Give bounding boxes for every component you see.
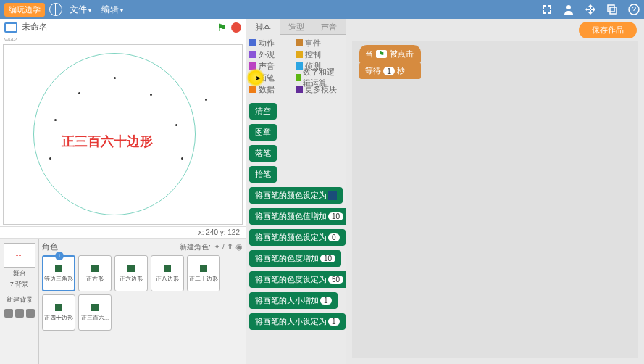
stage-view-icon[interactable] — [4, 22, 17, 33]
bg-count: 7 背景 — [3, 280, 35, 289]
copy-icon[interactable] — [606, 4, 618, 15]
project-name[interactable]: 未命名 — [22, 21, 217, 33]
script-stack[interactable]: 当⚑被点击 等待1秒 — [359, 45, 421, 79]
when-flag-block[interactable]: 当⚑被点击 — [359, 45, 421, 63]
green-flag-icon[interactable]: ⚑ — [217, 22, 227, 33]
app-logo: 编玩边学 — [4, 3, 45, 17]
category-外观[interactable]: 外观 — [249, 49, 296, 59]
wait-block[interactable]: 等待1秒 — [359, 62, 421, 79]
stop-icon[interactable] — [231, 22, 241, 33]
user-icon[interactable] — [563, 4, 574, 15]
block-setshade[interactable]: 将画笔的色度设定为50 — [249, 271, 346, 288]
bg-paint-icon[interactable] — [4, 309, 13, 318]
shape-text: 正三百六十边形 — [62, 133, 153, 150]
svg-rect-1 — [608, 5, 614, 12]
sprite-6[interactable]: 正三百六... — [78, 294, 112, 331]
category-画笔[interactable]: 画笔➤ — [249, 73, 296, 83]
sprite-1[interactable]: 正方形 — [78, 255, 112, 291]
block-pendown[interactable]: 落笔 — [249, 145, 277, 162]
sprites-title: 角色 — [42, 241, 180, 252]
stage-label: 舞台 — [3, 269, 35, 278]
script-canvas[interactable]: 当⚑被点击 等待1秒 — [352, 41, 638, 358]
stage-coords: x: 240 y: 122 — [0, 227, 246, 239]
block-penup[interactable]: 抬笔 — [249, 166, 277, 183]
save-button[interactable]: 保存作品 — [579, 22, 637, 38]
new-sprite-label: 新建角色: — [180, 242, 211, 252]
block-clear[interactable]: 清空 — [249, 103, 277, 120]
bg-camera-icon[interactable] — [26, 309, 35, 318]
sprite-4[interactable]: 正二十边形 — [187, 255, 220, 291]
category-数字和逻辑运算[interactable]: 数字和逻辑运算 — [296, 73, 342, 83]
sprite-2[interactable]: 正六边形 — [114, 255, 148, 291]
newbg-label: 新建背景 — [3, 295, 35, 305]
block-stamp[interactable]: 图章 — [249, 124, 277, 141]
svg-text:?: ? — [632, 5, 636, 14]
sprite-5[interactable]: 正四十边形 — [42, 294, 75, 331]
category-动作[interactable]: 动作 — [249, 38, 296, 48]
tab-costumes[interactable]: 造型 — [280, 19, 313, 35]
shrink-icon[interactable] — [541, 4, 553, 15]
block-addshade[interactable]: 将画笔的色度增加10 — [249, 250, 341, 267]
tab-scripts[interactable]: 脚本 — [246, 19, 280, 35]
block-setcolor[interactable]: 将画笔的颜色设定为 — [249, 187, 343, 204]
block-addcolor[interactable]: 将画笔的颜色值增加10 — [249, 208, 346, 225]
stage-canvas[interactable]: 正三百六十边形 — [0, 43, 246, 227]
globe-icon[interactable] — [49, 3, 62, 16]
category-更多模块[interactable]: 更多模块 — [296, 84, 342, 94]
sprite-0[interactable]: 等边三角形i — [42, 255, 75, 291]
help-icon[interactable]: ? — [628, 4, 640, 15]
category-控制[interactable]: 控制 — [296, 49, 342, 59]
block-addsize[interactable]: 将画笔的大小增加1 — [249, 292, 338, 309]
svg-rect-2 — [610, 7, 616, 14]
tab-sounds[interactable]: 声音 — [312, 19, 346, 35]
menu-edit[interactable]: 编辑 — [101, 4, 123, 16]
bg-upload-icon[interactable] — [15, 309, 24, 318]
svg-point-0 — [566, 5, 571, 9]
category-事件[interactable]: 事件 — [296, 38, 342, 48]
version-label: v442 — [0, 36, 246, 43]
menu-file[interactable]: 文件 — [70, 4, 91, 16]
block-setsize[interactable]: 将画笔的大小设定为1 — [249, 313, 346, 330]
sprite-3[interactable]: 正八边形 — [151, 255, 184, 291]
stage-thumb[interactable]: ····· — [4, 243, 35, 268]
expand-icon[interactable] — [585, 4, 596, 15]
block-setcolorv[interactable]: 将画笔的颜色设定为0 — [249, 229, 346, 246]
